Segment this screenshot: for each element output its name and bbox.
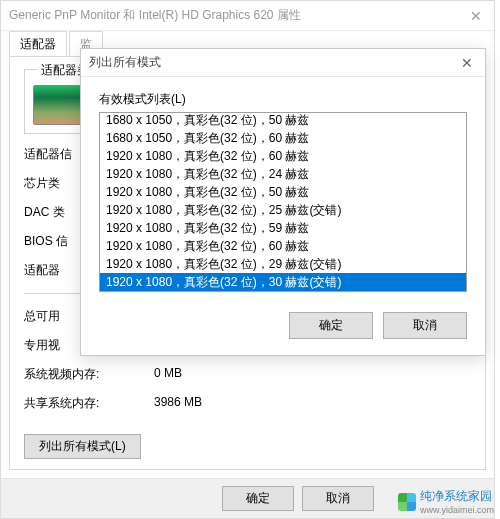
label-shared-mem: 共享系统内存:: [24, 395, 154, 412]
mode-list-item[interactable]: 1920 x 1080，真彩色(32 位)，30 赫兹(交错): [100, 273, 466, 291]
mode-list-item[interactable]: 1680 x 1050，真彩色(32 位)，50 赫兹: [100, 112, 466, 129]
tab-adapter[interactable]: 适配器: [9, 31, 67, 57]
mode-list-item[interactable]: 1680 x 1050，真彩色(32 位)，60 赫兹: [100, 129, 466, 147]
mode-list-item[interactable]: 1920 x 1080，真彩色(32 位)，29 赫兹(交错): [100, 255, 466, 273]
ok-button[interactable]: 确定: [222, 486, 294, 511]
mode-list-item[interactable]: 1920 x 1080，真彩色(32 位)，59 赫兹: [100, 219, 466, 237]
mode-list-item[interactable]: 1920 x 1080，真彩色(32 位)，50 赫兹: [100, 183, 466, 201]
window-title: Generic PnP Monitor 和 Intel(R) HD Graphi…: [9, 7, 301, 24]
mode-list-item[interactable]: 1920 x 1080，真彩色(32 位)，24 赫兹: [100, 165, 466, 183]
value-system-video-mem: 0 MB: [154, 366, 471, 383]
modal-title-text: 列出所有模式: [89, 54, 161, 71]
modal-cancel-button[interactable]: 取消: [383, 312, 467, 339]
list-modes-dialog: 列出所有模式 ✕ 有效模式列表(L) 1680 x 1050，真彩色(32 位)…: [80, 48, 486, 356]
titlebar: Generic PnP Monitor 和 Intel(R) HD Graphi…: [1, 1, 494, 31]
mode-list-label: 有效模式列表(L): [99, 91, 467, 108]
mode-listbox[interactable]: 1680 x 1050，真彩色(32 位)，50 赫兹1680 x 1050，真…: [99, 112, 467, 292]
mode-list-item[interactable]: 1920 x 1080，真彩色(32 位)，60 赫兹: [100, 147, 466, 165]
watermark-logo-icon: [398, 493, 416, 511]
cancel-button[interactable]: 取消: [302, 486, 374, 511]
modal-titlebar: 列出所有模式 ✕: [81, 49, 485, 77]
modal-ok-button[interactable]: 确定: [289, 312, 373, 339]
watermark-brand: 纯净系统家园: [420, 489, 492, 503]
watermark: 纯净系统家园 www.yidaimei.com: [398, 488, 494, 515]
watermark-url: www.yidaimei.com: [420, 505, 494, 515]
value-shared-mem: 3986 MB: [154, 395, 471, 412]
label-system-video-mem: 系统视频内存:: [24, 366, 154, 383]
list-all-modes-button[interactable]: 列出所有模式(L): [24, 434, 141, 459]
close-icon[interactable]: ✕: [466, 8, 486, 24]
mode-list-item[interactable]: 1920 x 1080，真彩色(32 位)，60 赫兹: [100, 237, 466, 255]
modal-close-icon[interactable]: ✕: [457, 55, 477, 71]
mode-list-item[interactable]: 1920 x 1080，真彩色(32 位)，25 赫兹(交错): [100, 201, 466, 219]
